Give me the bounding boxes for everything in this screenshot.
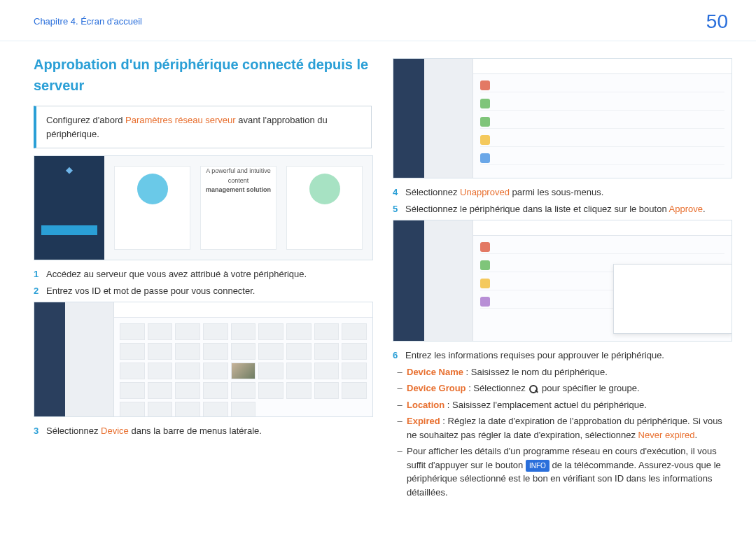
- ph-chart-3: [286, 166, 363, 250]
- screenshot-device-grid: [34, 302, 373, 417]
- step-3-text: Sélectionnez Device dans la barre de men…: [46, 424, 372, 438]
- step-5-num: 5: [393, 202, 405, 216]
- content-columns: Approbation d'un périphérique connecté d…: [0, 41, 756, 516]
- ph-login-sidebar: ◆: [34, 156, 104, 260]
- step-6: 6 Entrez les informations requises pour …: [393, 349, 731, 363]
- magnifier-icon: [529, 385, 538, 393]
- screenshot-approve-modal: [393, 220, 732, 342]
- step-4-text: Sélectionnez Unapproved parmi les sous-m…: [405, 185, 731, 199]
- steps-4-5: 4 Sélectionnez Unapproved parmi les sous…: [393, 185, 731, 216]
- ph-chart-2: A powerful and intuitive content managem…: [200, 166, 276, 250]
- ph-list1-body: [473, 74, 732, 178]
- step-5: 5 Sélectionnez le périphérique dans la l…: [393, 202, 731, 216]
- step-1: 1 Accédez au serveur que vous avez attri…: [34, 267, 372, 281]
- page-number: 50: [706, 7, 728, 36]
- login-caption-l1: A powerful and intuitive content: [201, 167, 276, 185]
- note-before: Configurez d'abord: [46, 115, 125, 125]
- chapter-label: Chapitre 4. Écran d'accueil: [34, 15, 142, 29]
- note-highlight: Paramètres réseau serveur: [125, 115, 236, 125]
- ph-login-charts: A powerful and intuitive content managem…: [104, 156, 372, 260]
- ph-list1-sidebar: [393, 59, 424, 178]
- sub-info: – Pour afficher les détails d'un program…: [393, 444, 731, 499]
- steps-6: 6 Entrez les informations requises pour …: [393, 349, 731, 363]
- ph-list2-body: [473, 236, 732, 341]
- step-6-text: Entrez les informations requises pour ap…: [405, 349, 731, 363]
- screenshot-unapproved-list: [393, 58, 732, 178]
- step-2: 2 Entrez vos ID et mot de passe pour vou…: [34, 284, 372, 298]
- note-box: Configurez d'abord Paramètres réseau ser…: [34, 106, 372, 148]
- left-column: Approbation d'un périphérique connecté d…: [34, 54, 372, 502]
- ph-grid-top: [114, 302, 372, 318]
- ph-chart-1: [114, 166, 190, 250]
- steps-3: 3 Sélectionnez Device dans la barre de m…: [34, 424, 372, 438]
- step-1-num: 1: [34, 267, 46, 281]
- info-badge: INFO: [526, 460, 550, 472]
- substeps: – Device Name : Saisissez le nom du péri…: [393, 365, 731, 500]
- ph-list2-top: [473, 220, 732, 236]
- step-4: 4 Sélectionnez Unapproved parmi les sous…: [393, 185, 731, 199]
- approve-modal: [613, 264, 732, 334]
- ph-list1-top: [473, 59, 732, 74]
- sub-expired: – Expired : Réglez la date d'expiration …: [393, 414, 731, 442]
- ph-login-button: [41, 225, 97, 235]
- ph-grid-body: [114, 318, 372, 416]
- login-caption-l2: management solution: [206, 186, 271, 193]
- step-2-text: Entrez vos ID et mot de passe pour vous …: [46, 284, 372, 298]
- ph-grid-sidebar: [34, 302, 65, 416]
- sub-location: – Location : Saisissez l'emplacement act…: [393, 398, 731, 412]
- server-logo-icon: ◆: [34, 156, 104, 184]
- step-3-num: 3: [34, 424, 46, 438]
- step-6-num: 6: [393, 349, 405, 363]
- ph-grid-nav: [65, 302, 114, 416]
- section-title: Approbation d'un périphérique connecté d…: [34, 54, 372, 96]
- step-2-num: 2: [34, 284, 46, 298]
- sub-device-group: – Device Group : Sélectionnez pour spéci…: [393, 381, 731, 395]
- screenshot-login: ◆ A powerful and intuitive content manag…: [34, 155, 373, 260]
- step-3: 3 Sélectionnez Device dans la barre de m…: [34, 424, 372, 438]
- step-1-text: Accédez au serveur que vous avez attribu…: [46, 267, 372, 281]
- step-5-text: Sélectionnez le périphérique dans la lis…: [405, 202, 731, 216]
- ph-list2-nav: [424, 220, 473, 341]
- ph-list1-nav: [424, 59, 473, 178]
- steps-1-2: 1 Accédez au serveur que vous avez attri…: [34, 267, 372, 297]
- step-4-num: 4: [393, 185, 405, 199]
- sub-device-name: – Device Name : Saisissez le nom du péri…: [393, 365, 731, 379]
- right-column: 4 Sélectionnez Unapproved parmi les sous…: [393, 54, 731, 502]
- ph-list2-sidebar: [393, 220, 424, 341]
- page-header: Chapitre 4. Écran d'accueil 50: [0, 0, 756, 41]
